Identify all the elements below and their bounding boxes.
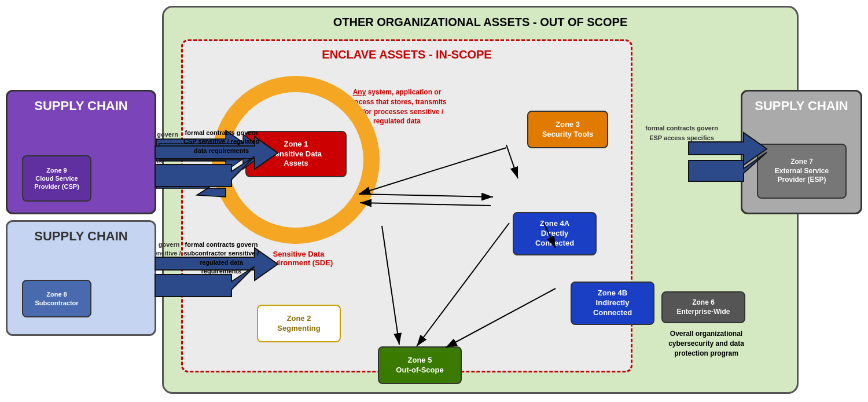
zone5-box: Zone 5 Out-of-Scope <box>378 346 462 384</box>
supply-chain-csp-container: SUPPLY CHAIN Zone 9 Cloud Service Provid… <box>6 90 156 214</box>
supply-chain-esp-container: SUPPLY CHAIN Zone 7 External Service Pro… <box>741 90 862 214</box>
zone3-box: Zone 3 Security Tools <box>527 111 608 148</box>
contract-esp-text: formal contracts govern ESP access speci… <box>644 123 719 142</box>
main-title: OTHER ORGANIZATIONAL ASSETS - OUT OF SCO… <box>164 8 797 34</box>
zone4a-box: Zone 4A Directly Connected <box>513 212 597 255</box>
zone8-box: Zone 8 Subcontractor <box>22 280 91 317</box>
zone7-box: Zone 7 External Service Provider (ESP) <box>757 144 847 199</box>
supply-chain-sub-label: SUPPLY CHAIN <box>8 222 155 244</box>
zone9-box: Zone 9 Cloud Service Provider (CSP) <box>22 155 91 202</box>
supply-chain-sub-container: SUPPLY CHAIN Zone 8 Subcontractor <box>6 220 156 336</box>
enclave-title: ENCLAVE ASSETS - IN-SCOPE <box>183 41 631 65</box>
sub-contract-overlay: formal contracts govern subcontractor se… <box>179 240 263 276</box>
zone4b-box: Zone 4B Indirectly Connected <box>571 282 654 325</box>
csp-contract-overlay: formal contracts govern CSP sensitive / … <box>179 129 263 155</box>
zone2-box: Zone 2 Segmenting <box>257 305 341 342</box>
zone6-box: Zone 6 Enterprise-Wide <box>661 291 745 323</box>
main-organizational-container: OTHER ORGANIZATIONAL ASSETS - OUT OF SCO… <box>162 6 799 394</box>
enclave-assets-container: ENCLAVE ASSETS - IN-SCOPE Zone 1 Sensiti… <box>181 39 632 372</box>
zone6-desc: Overall organizational cybersecurity and… <box>656 329 757 358</box>
supply-chain-esp-label: SUPPLY CHAIN <box>742 92 860 114</box>
supply-chain-csp-label: SUPPLY CHAIN <box>8 92 155 114</box>
